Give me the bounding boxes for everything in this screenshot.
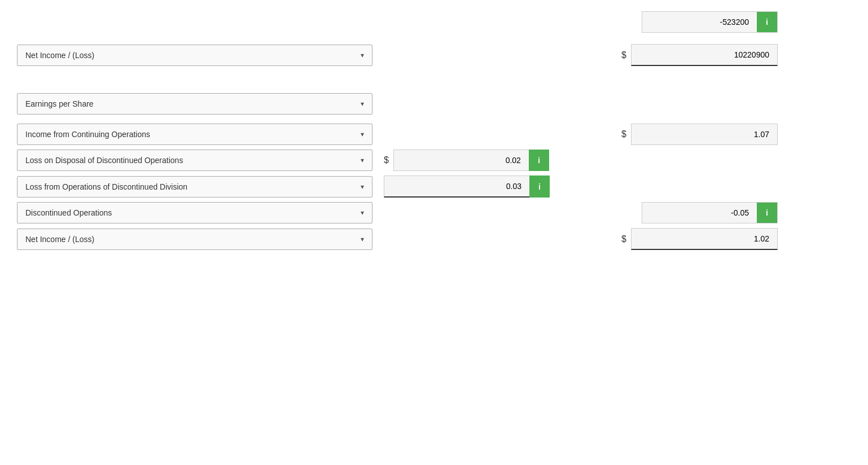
eps-net-income-dollar: $ xyxy=(621,234,626,244)
discontinued-ops-label: Discontinued Operations xyxy=(25,208,112,217)
net-income-label: Net Income / (Loss) xyxy=(25,51,94,60)
income-continuing-value[interactable] xyxy=(631,124,778,145)
loss-disposal-label: Loss on Disposal of Discontinued Operati… xyxy=(25,156,183,165)
eps-net-income-row: Net Income / (Loss) ▾ $ xyxy=(17,228,851,250)
earnings-per-share-chevron: ▾ xyxy=(361,100,364,108)
loss-disposal-row: Loss on Disposal of Discontinued Operati… xyxy=(17,150,851,171)
info-icon-3: i xyxy=(538,182,541,191)
loss-disposal-info-button[interactable]: i xyxy=(529,150,549,171)
income-continuing-dollar: $ xyxy=(621,129,626,139)
discontinued-ops-dropdown[interactable]: Discontinued Operations ▾ xyxy=(17,202,372,223)
discontinued-ops-value[interactable] xyxy=(642,203,757,223)
earnings-per-share-row: Earnings per Share ▾ xyxy=(17,93,851,115)
top-info-button[interactable]: i xyxy=(757,12,777,32)
loss-ops-info-button[interactable]: i xyxy=(529,176,550,198)
eps-net-income-chevron: ▾ xyxy=(361,235,364,243)
net-income-row: Net Income / (Loss) ▾ $ xyxy=(17,44,851,66)
info-icon-4: i xyxy=(766,208,768,217)
loss-ops-dropdown[interactable]: Loss from Operations of Discontinued Div… xyxy=(17,176,372,198)
loss-ops-chevron: ▾ xyxy=(361,183,364,191)
loss-disposal-dollar: $ xyxy=(384,155,389,165)
loss-ops-row: Loss from Operations of Discontinued Div… xyxy=(17,176,851,198)
earnings-per-share-label: Earnings per Share xyxy=(25,99,94,108)
discontinued-ops-row: Discontinued Operations ▾ i xyxy=(17,202,851,223)
info-icon: i xyxy=(766,17,768,27)
net-income-value[interactable] xyxy=(631,44,778,66)
loss-ops-value-container: i xyxy=(384,176,550,198)
loss-disposal-dropdown[interactable]: Loss on Disposal of Discontinued Operati… xyxy=(17,150,372,171)
discontinued-ops-chevron: ▾ xyxy=(361,209,364,217)
eps-net-income-label: Net Income / (Loss) xyxy=(25,235,94,244)
income-continuing-chevron: ▾ xyxy=(361,130,364,138)
loss-disposal-chevron: ▾ xyxy=(361,156,364,164)
eps-net-income-dropdown[interactable]: Net Income / (Loss) ▾ xyxy=(17,229,372,250)
loss-disposal-value-container: i xyxy=(393,150,549,171)
net-income-chevron: ▾ xyxy=(361,51,364,59)
loss-ops-value[interactable] xyxy=(384,176,529,198)
top-value-container: i xyxy=(642,11,778,33)
net-income-dropdown[interactable]: Net Income / (Loss) ▾ xyxy=(17,45,372,66)
income-continuing-row: Income from Continuing Operations ▾ $ xyxy=(17,124,851,145)
loss-ops-label: Loss from Operations of Discontinued Div… xyxy=(25,182,187,191)
net-income-dollar: $ xyxy=(621,50,626,60)
top-value-input[interactable] xyxy=(642,12,757,32)
loss-disposal-value[interactable] xyxy=(393,150,529,171)
income-continuing-dropdown[interactable]: Income from Continuing Operations ▾ xyxy=(17,124,372,145)
income-continuing-label: Income from Continuing Operations xyxy=(25,130,150,139)
eps-net-income-value[interactable] xyxy=(631,228,778,250)
info-icon-2: i xyxy=(538,156,540,165)
earnings-per-share-dropdown[interactable]: Earnings per Share ▾ xyxy=(17,93,372,115)
discontinued-ops-info-button[interactable]: i xyxy=(757,203,777,223)
discontinued-ops-value-container: i xyxy=(642,202,778,223)
